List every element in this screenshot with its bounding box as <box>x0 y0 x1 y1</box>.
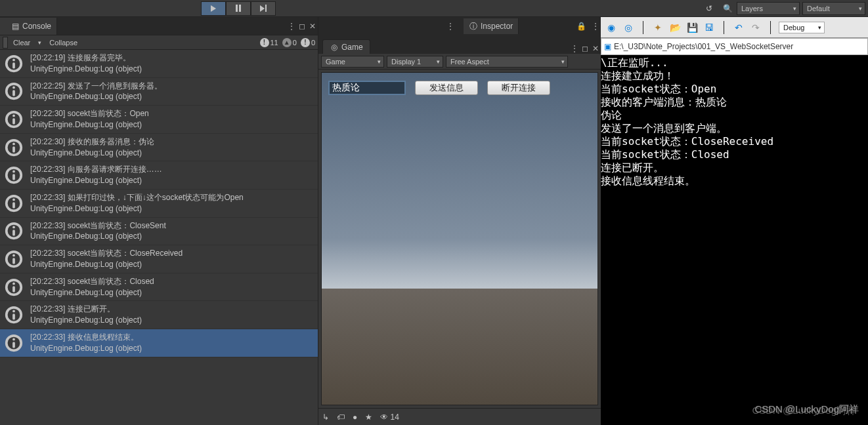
play-button[interactable] <box>201 1 226 16</box>
redo-icon[interactable]: ↷ <box>749 21 762 34</box>
svg-point-18 <box>12 171 15 173</box>
message-input[interactable] <box>328 81 406 95</box>
log-entry[interactable]: [20:22:33] socekt当前状态：ClosedUnityEngine.… <box>0 273 318 302</box>
nav-fwd-icon[interactable]: ◎ <box>622 21 635 34</box>
game-menu-icon[interactable]: ⋮ <box>569 43 580 54</box>
svg-rect-11 <box>12 118 15 124</box>
log-text: [20:22:19] 连接服务器完毕。UnityEngine.Debug:Log… <box>30 52 142 75</box>
log-text: [20:22:33] socekt当前状态：ClosedUnityEngine.… <box>30 276 154 298</box>
log-entry[interactable]: [20:22:30] 接收的服务器消息：伪论UnityEngine.Debug:… <box>0 134 318 162</box>
dropdown-caret-icon[interactable]: ▾ <box>38 39 41 46</box>
svg-point-14 <box>12 142 15 145</box>
console-icon: ▤ <box>11 22 20 31</box>
game-mode-dropdown[interactable]: Game <box>321 56 384 68</box>
vs-toolbar: ◉ ◎ ✦ 📂 💾 🖫 ↶ ↷ Debug <box>601 17 868 38</box>
svg-rect-23 <box>12 202 15 208</box>
search-icon[interactable]: 🔍 <box>718 1 737 16</box>
strip-icon-1[interactable]: ↳ <box>322 413 329 422</box>
svg-rect-43 <box>12 342 15 348</box>
svg-point-38 <box>12 310 15 313</box>
clear-button[interactable]: Clear <box>9 37 34 49</box>
undo-icon[interactable]: ↶ <box>732 21 745 34</box>
svg-rect-7 <box>12 91 15 96</box>
log-text: [20:22:33] 接收信息线程结束。UnityEngine.Debug:Lo… <box>30 332 142 354</box>
svg-point-10 <box>12 114 15 117</box>
svg-point-30 <box>12 254 15 256</box>
log-entry[interactable]: [20:22:30] socekt当前状态：OpenUnityEngine.De… <box>0 106 318 134</box>
game-icon: ◎ <box>330 43 339 52</box>
svg-rect-15 <box>12 146 15 152</box>
disconnect-button[interactable]: 断开连接 <box>487 81 550 95</box>
tab-maximize-icon[interactable]: ◻ <box>297 21 307 31</box>
new-item-icon[interactable]: ✦ <box>651 21 664 34</box>
game-viewport[interactable]: 发送信息 断开连接 <box>321 72 598 405</box>
save-icon[interactable]: 💾 <box>685 21 699 34</box>
undo-history-icon[interactable]: ↺ <box>700 1 718 16</box>
layout-dropdown[interactable]: Default <box>802 2 865 15</box>
log-entry[interactable]: [20:22:33] 向服务器请求断开连接……UnityEngine.Debug… <box>0 161 318 190</box>
strip-tag-icon[interactable]: 🏷 <box>337 413 345 422</box>
log-entry[interactable]: [20:22:33] 连接已断开。UnityEngine.Debug:Log (… <box>0 301 318 329</box>
inspector-icon: ⓘ <box>469 22 478 31</box>
svg-rect-39 <box>12 314 15 319</box>
warn-count[interactable]: ▲0 <box>282 38 297 47</box>
log-text: [20:22:30] socekt当前状态：OpenUnityEngine.De… <box>30 108 149 131</box>
log-text: [20:22:33] socekt当前状态：CloseSentUnityEngi… <box>30 220 166 243</box>
game-display-dropdown[interactable]: Display 1 <box>387 56 443 68</box>
info-icon <box>4 221 24 241</box>
strip-hidden-toggle[interactable]: 👁 14 <box>380 413 399 422</box>
log-entry[interactable]: [20:22:33] 接收信息线程结束。UnityEngine.Debug:Lo… <box>0 329 318 357</box>
log-text: [20:22:33] socekt当前状态：CloseReceivedUnity… <box>30 248 183 270</box>
console-tab[interactable]: ▤ Console <box>5 18 57 35</box>
svg-point-34 <box>12 282 15 285</box>
cmd-icon: ▣ <box>604 42 611 51</box>
open-icon[interactable]: 📂 <box>668 21 682 34</box>
game-tab-label: Game <box>341 43 363 52</box>
info-icon <box>4 333 24 353</box>
svg-point-6 <box>12 87 15 89</box>
config-dropdown[interactable]: Debug <box>779 22 825 33</box>
nav-back-icon[interactable]: ◉ <box>605 21 618 34</box>
log-entry[interactable]: [20:22:33] socekt当前状态：CloseReceivedUnity… <box>0 245 318 273</box>
inspector-lock-icon[interactable]: 🔒 <box>576 21 586 31</box>
strip-star-icon[interactable]: ★ <box>365 413 372 422</box>
log-entry[interactable]: [20:22:33] 如果打印过快，↓下面↓这个socket状态可能为OpenU… <box>0 190 318 218</box>
game-tab[interactable]: ◎ Game <box>322 39 370 54</box>
log-text: [20:22:33] 如果打印过快，↓下面↓这个socket状态可能为OpenU… <box>30 192 244 214</box>
log-entry[interactable]: [20:22:19] 连接服务器完毕。UnityEngine.Debug:Log… <box>0 50 318 78</box>
svg-point-2 <box>12 58 15 61</box>
console-tab-label: Console <box>22 22 51 31</box>
log-text: [20:22:33] 向服务器请求断开连接……UnityEngine.Debug… <box>30 164 162 186</box>
server-console-output: \正在监听...连接建立成功！当前socket状态：Open接收的客户端消息：热… <box>601 55 868 425</box>
send-button[interactable]: 发送信息 <box>415 81 478 95</box>
game-aspect-dropdown[interactable]: Free Aspect <box>446 56 568 68</box>
vs-file-tab[interactable]: ▣ E:\_U3D\Note_Projects\001_VS_WebSocket… <box>601 38 868 55</box>
log-text: [20:22:30] 接收的服务器消息：伪论UnityEngine.Debug:… <box>30 136 154 159</box>
clear-caret[interactable] <box>3 37 8 49</box>
save-all-icon[interactable]: 🖫 <box>703 21 716 34</box>
game-close-icon[interactable]: ✕ <box>590 43 601 54</box>
inspector-tab-label: Inspector <box>481 22 513 31</box>
info-count[interactable]: !11 <box>260 38 278 47</box>
panel-menu-icon[interactable]: ⋮ <box>445 21 456 31</box>
info-icon <box>4 277 24 297</box>
info-icon <box>4 165 24 185</box>
svg-rect-27 <box>12 230 15 235</box>
tab-menu-icon[interactable]: ⋮ <box>286 21 297 31</box>
pause-button[interactable] <box>226 1 251 16</box>
log-entry[interactable]: [20:22:33] socekt当前状态：CloseSentUnityEngi… <box>0 218 318 246</box>
log-text: [20:22:25] 发送了一个消息到服务器。UnityEngine.Debug… <box>30 81 162 103</box>
tab-close-icon[interactable]: ✕ <box>307 21 318 31</box>
layers-dropdown[interactable]: Layers <box>737 2 800 15</box>
info-icon <box>4 54 24 73</box>
collapse-button[interactable]: Collapse <box>45 37 81 49</box>
strip-info-icon[interactable]: ● <box>353 413 357 422</box>
step-button[interactable] <box>251 1 276 16</box>
console-log-list[interactable]: [20:22:19] 连接服务器完毕。UnityEngine.Debug:Log… <box>0 50 318 425</box>
game-max-icon[interactable]: ◻ <box>580 43 590 54</box>
inspector-tab[interactable]: ⓘ Inspector <box>464 18 519 34</box>
log-entry[interactable]: [20:22:25] 发送了一个消息到服务器。UnityEngine.Debug… <box>0 78 318 106</box>
error-count[interactable]: !0 <box>301 38 315 47</box>
watermark-shadow: CSDN @LuckyDog阿祥 <box>752 405 856 417</box>
inspector-menu-icon[interactable]: ⋮ <box>590 21 601 31</box>
